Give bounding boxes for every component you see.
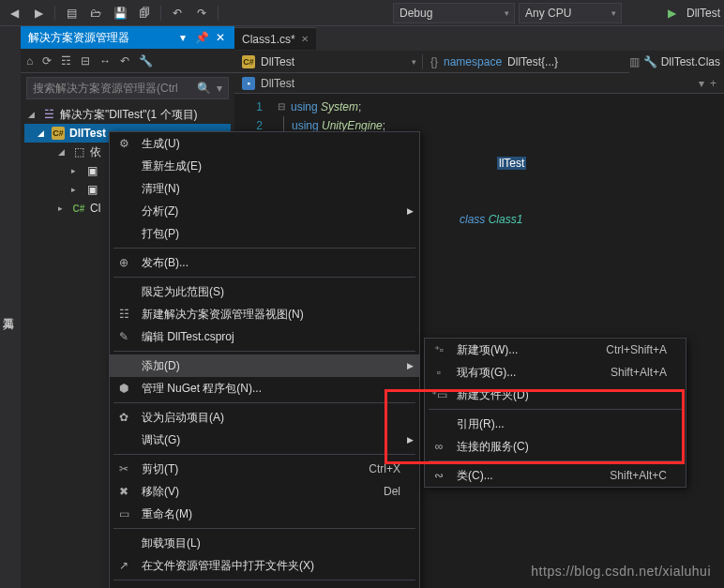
menu-item[interactable]: 分析(Z)▶: [110, 200, 419, 222]
menu-item[interactable]: ▫现有项(G)...Shift+Alt+A: [425, 361, 686, 384]
menu-label: 在文件资源管理器中打开文件夹(X): [142, 558, 400, 574]
box-icon: ▣: [84, 164, 99, 177]
undo-icon[interactable]: ↶: [167, 3, 188, 23]
project-icon: ▪: [242, 77, 255, 90]
project-context-menu: ⚙生成(U)重新生成(E)清理(N)分析(Z)▶打包(P)⊕发布(B)...限定…: [109, 131, 420, 588]
menu-item[interactable]: ↗在文件资源管理器中打开文件夹(X): [110, 554, 419, 577]
plus-icon[interactable]: +: [710, 77, 716, 90]
cs-icon: C#: [242, 55, 255, 68]
deps-label: 依: [90, 144, 101, 160]
tab-bar: Class1.cs* ✕: [234, 26, 724, 51]
menu-icon: ✿: [113, 411, 134, 424]
menu-label: 编辑 DllTest.csproj: [142, 329, 400, 345]
menu-item[interactable]: ⬢管理 NuGet 程序包(N)...: [110, 377, 419, 400]
menu-label: 添加(D): [142, 358, 400, 374]
ns-unity: UnityEngine: [322, 119, 383, 132]
deps-icon: ⬚: [71, 145, 86, 158]
menu-shortcut: Shift+Alt+C: [610, 469, 667, 482]
tool-icon[interactable]: ☶: [61, 54, 71, 68]
menu-item[interactable]: ⊕发布(B)...: [110, 251, 419, 274]
nav-right: ▥ 🔧 DllTest.Clas: [629, 51, 724, 73]
menu-item[interactable]: 打包(P): [110, 222, 419, 245]
platform-combo[interactable]: Any CPU: [519, 3, 622, 23]
run-label: DllTest: [686, 7, 720, 20]
menu-label: 新建项(W)...: [457, 342, 598, 358]
menu-shortcut: Del: [384, 485, 400, 498]
menu-item[interactable]: 添加(D)▶: [110, 354, 419, 377]
menu-item[interactable]: 限定为此范围(S): [110, 280, 419, 303]
menu-item[interactable]: ✿设为启动项目(A): [110, 406, 419, 429]
home-icon[interactable]: ⌂: [26, 54, 33, 68]
menu-item[interactable]: 🔧属性(R)Alt+Enter: [110, 583, 419, 588]
class-label: Cl: [90, 202, 100, 215]
menu-icon: ☷: [113, 308, 134, 321]
tool-icon[interactable]: ⊟: [81, 54, 90, 68]
menu-item[interactable]: ⁺▫新建项(W)...Ctrl+Shift+A: [425, 339, 686, 361]
nav-project-combo[interactable]: C# DllTest: [234, 55, 422, 68]
play-icon[interactable]: ▶: [662, 3, 683, 23]
menu-item[interactable]: 调试(G)▶: [110, 429, 419, 451]
menu-label: 类(C)...: [457, 468, 602, 484]
nav-fwd-icon[interactable]: ▶: [28, 3, 49, 23]
menu-icon: ✂: [113, 462, 134, 475]
pin-icon[interactable]: 📌: [195, 31, 208, 44]
menu-item[interactable]: 清理(N): [110, 177, 419, 200]
menu-item[interactable]: 重新生成(E): [110, 155, 419, 177]
search-placeholder: 搜索解决方案资源管理器(Ctrl: [33, 81, 178, 97]
menu-item[interactable]: ⚙生成(U): [110, 132, 419, 155]
tab-close-icon[interactable]: ✕: [301, 34, 309, 44]
file-tab[interactable]: Class1.cs* ✕: [234, 27, 316, 50]
kw-using: using: [291, 100, 318, 113]
menu-label: 移除(V): [142, 484, 376, 500]
open-icon[interactable]: 🗁: [85, 3, 106, 23]
menu-item[interactable]: 引用(R)...: [425, 413, 686, 435]
menu-icon: ⚙: [113, 137, 134, 150]
redo-icon[interactable]: ↷: [191, 3, 212, 23]
search-input[interactable]: 搜索解决方案资源管理器(Ctrl 🔍 ▾: [26, 77, 229, 99]
menu-label: 调试(G): [142, 432, 400, 448]
menu-icon: ✖: [113, 485, 134, 498]
watermark: https://blog.csdn.net/xialuhui: [531, 564, 711, 579]
menu-item[interactable]: ⁺▭新建文件夹(D): [425, 384, 686, 406]
menu-item[interactable]: ✖移除(V)Del: [110, 480, 419, 503]
breadcrumb: ▪ DllTest ▾ +: [234, 73, 724, 94]
menu-item[interactable]: ▭重命名(M): [110, 503, 419, 525]
menu-label: 重命名(M): [142, 506, 400, 522]
menu-item[interactable]: ✂剪切(T)Ctrl+X: [110, 458, 419, 480]
cs-icon: C#: [71, 204, 86, 214]
wrench-icon[interactable]: 🔧: [643, 55, 657, 68]
config-combo[interactable]: Debug: [393, 3, 515, 23]
menu-label: 剪切(T): [142, 461, 361, 477]
new-icon[interactable]: ▤: [61, 3, 82, 23]
wrench-icon[interactable]: 🔧: [139, 54, 153, 68]
tool-icon[interactable]: ↔: [99, 54, 111, 68]
save-icon[interactable]: 💾: [110, 3, 130, 23]
solution-label: 解决方案"DllTest"(1 个项目): [60, 107, 198, 123]
menu-item[interactable]: ∾类(C)...Shift+Alt+C: [425, 464, 686, 487]
menu-item[interactable]: ∞连接的服务(C): [425, 435, 686, 458]
sync-icon[interactable]: ⟳: [42, 54, 52, 68]
saveall-icon[interactable]: 🗐: [134, 3, 155, 23]
menu-item[interactable]: ☷新建解决方案资源管理器视图(N): [110, 303, 419, 325]
menu-label: 打包(P): [142, 226, 400, 242]
close-icon[interactable]: ✕: [214, 31, 227, 44]
submenu-arrow-icon: ▶: [407, 361, 414, 370]
nav-back-icon[interactable]: ◀: [4, 3, 24, 23]
menu-label: 重新生成(E): [142, 158, 400, 174]
breadcrumb-label[interactable]: DllTest: [261, 77, 294, 90]
menu-label: 引用(R)...: [457, 416, 667, 432]
solution-node[interactable]: ◢☱ 解决方案"DllTest"(1 个项目): [24, 105, 231, 124]
dropdown-icon[interactable]: ▾: [176, 31, 189, 44]
menu-shortcut: Shift+Alt+A: [611, 366, 667, 379]
menu-label: 限定为此范围(S): [142, 284, 400, 300]
chevron-down-icon[interactable]: ▾: [699, 77, 704, 90]
menu-icon: ∾: [429, 469, 449, 482]
menu-item[interactable]: 卸载项目(L): [110, 532, 419, 554]
menu-label: 设为启动项目(A): [142, 410, 400, 426]
split-icon[interactable]: ▥: [629, 55, 640, 68]
menu-item[interactable]: ✎编辑 DllTest.csproj: [110, 325, 419, 348]
menu-icon: ⁺▭: [429, 388, 449, 401]
tool-icon[interactable]: ↶: [120, 54, 129, 68]
menu-label: 现有项(G)...: [457, 365, 603, 381]
box-icon: ▣: [84, 183, 99, 196]
